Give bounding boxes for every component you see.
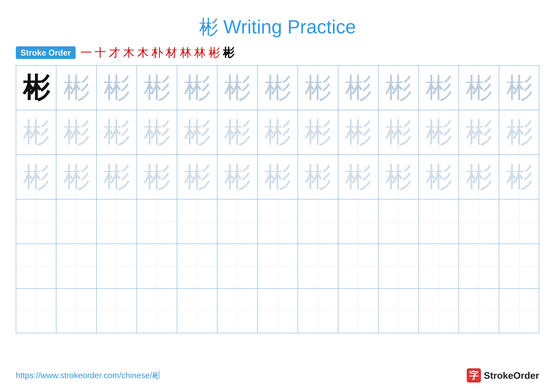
grid-cell-5-7[interactable] [298,289,338,333]
grid-cell-1-8[interactable]: 彬 [338,110,379,155]
grid-cell-0-11[interactable]: 彬 [459,66,499,110]
grid-cell-2-7[interactable]: 彬 [298,155,338,199]
grid-cell-1-10[interactable]: 彬 [419,110,459,155]
footer-brand: 字 StrokeOrder [467,368,539,383]
grid-cell-2-1[interactable]: 彬 [56,155,96,199]
grid-row-4 [16,244,539,289]
grid-cell-3-9[interactable] [379,200,419,244]
grid-cell-0-2[interactable]: 彬 [97,66,137,110]
grid-cell-2-0[interactable]: 彬 [16,155,56,199]
grid-cell-4-9[interactable] [379,244,419,288]
stroke-step-9: 彬 [209,47,220,58]
grid-cell-2-12[interactable]: 彬 [499,155,539,199]
grid-cell-5-12[interactable] [499,289,539,333]
cell-char: 彬 [184,119,211,146]
grid-cell-2-6[interactable]: 彬 [258,155,298,199]
grid-cell-4-5[interactable] [217,244,258,288]
grid-cell-0-8[interactable]: 彬 [338,66,379,110]
grid-cell-1-2[interactable]: 彬 [97,110,137,155]
grid-cell-4-0[interactable] [16,244,56,288]
brand-name: StrokeOrder [484,370,539,381]
grid-cell-3-8[interactable] [338,200,379,244]
grid-cell-1-11[interactable]: 彬 [459,110,499,155]
grid-cell-0-1[interactable]: 彬 [56,66,96,110]
grid-cell-0-9[interactable]: 彬 [379,66,419,110]
grid-cell-3-12[interactable] [499,200,539,244]
grid-cell-2-2[interactable]: 彬 [97,155,137,199]
cell-char: 彬 [506,164,533,190]
grid-cell-3-3[interactable] [137,200,177,244]
grid-cell-5-8[interactable] [338,289,379,333]
grid-cell-0-6[interactable]: 彬 [258,66,298,110]
grid-cell-2-11[interactable]: 彬 [459,155,499,199]
grid-cell-5-6[interactable] [258,289,298,333]
grid-cell-1-5[interactable]: 彬 [217,110,258,155]
grid-cell-3-1[interactable] [56,200,96,244]
grid-cell-5-11[interactable] [459,289,499,333]
cell-char: 彬 [264,164,291,190]
grid-cell-2-8[interactable]: 彬 [338,155,379,199]
grid-cell-5-5[interactable] [217,289,258,333]
grid-cell-1-1[interactable]: 彬 [56,110,96,155]
grid-cell-5-1[interactable] [56,289,96,333]
grid-cell-3-5[interactable] [217,200,258,244]
grid-cell-2-5[interactable]: 彬 [217,155,258,199]
stroke-step-6: 材 [166,47,177,58]
cell-char: 彬 [23,164,50,190]
cell-char: 彬 [224,164,251,190]
grid-cell-4-1[interactable] [56,244,96,288]
stroke-steps: 一十才木木朴材林林彬彬 [80,47,234,58]
cell-char: 彬 [304,119,331,146]
grid-cell-5-10[interactable] [419,289,459,333]
page-title: 彬 Writing Practice [0,0,555,46]
grid-cell-5-0[interactable] [16,289,56,333]
cell-char: 彬 [264,119,291,146]
grid-cell-5-3[interactable] [137,289,177,333]
grid-cell-0-10[interactable]: 彬 [419,66,459,110]
grid-cell-4-12[interactable] [499,244,539,288]
cell-char: 彬 [304,164,331,190]
grid-cell-0-3[interactable]: 彬 [137,66,177,110]
grid-cell-4-7[interactable] [298,244,338,288]
cell-char: 彬 [184,74,211,101]
grid-cell-3-0[interactable] [16,200,56,244]
grid-cell-1-7[interactable]: 彬 [298,110,338,155]
cell-char: 彬 [304,74,331,101]
grid-cell-3-7[interactable] [298,200,338,244]
grid-cell-5-9[interactable] [379,289,419,333]
stroke-step-2: 才 [109,47,120,58]
grid-cell-4-4[interactable] [177,244,217,288]
grid-cell-0-0[interactable]: 彬 [16,66,56,110]
grid-cell-1-4[interactable]: 彬 [177,110,217,155]
grid-cell-2-10[interactable]: 彬 [419,155,459,199]
grid-cell-5-4[interactable] [177,289,217,333]
stroke-step-5: 朴 [152,47,163,58]
grid-cell-0-12[interactable]: 彬 [499,66,539,110]
grid-cell-5-2[interactable] [97,289,137,333]
stroke-order-badge: Stroke Order [16,46,76,59]
grid-cell-4-8[interactable] [338,244,379,288]
grid-cell-1-9[interactable]: 彬 [379,110,419,155]
grid-cell-1-3[interactable]: 彬 [137,110,177,155]
grid-cell-4-11[interactable] [459,244,499,288]
grid-cell-0-4[interactable]: 彬 [177,66,217,110]
cell-char: 彬 [466,119,492,146]
grid-cell-4-2[interactable] [97,244,137,288]
grid-cell-1-12[interactable]: 彬 [499,110,539,155]
grid-cell-4-3[interactable] [137,244,177,288]
grid-cell-3-4[interactable] [177,200,217,244]
grid-cell-2-4[interactable]: 彬 [177,155,217,199]
grid-cell-0-5[interactable]: 彬 [217,66,258,110]
grid-cell-1-0[interactable]: 彬 [16,110,56,155]
grid-cell-3-6[interactable] [258,200,298,244]
grid-cell-3-10[interactable] [419,200,459,244]
grid-cell-3-2[interactable] [97,200,137,244]
grid-cell-2-3[interactable]: 彬 [137,155,177,199]
grid-cell-4-6[interactable] [258,244,298,288]
stroke-step-4: 木 [137,47,149,58]
grid-cell-1-6[interactable]: 彬 [258,110,298,155]
grid-cell-2-9[interactable]: 彬 [379,155,419,199]
grid-cell-3-11[interactable] [459,200,499,244]
grid-cell-4-10[interactable] [419,244,459,288]
grid-cell-0-7[interactable]: 彬 [298,66,338,110]
